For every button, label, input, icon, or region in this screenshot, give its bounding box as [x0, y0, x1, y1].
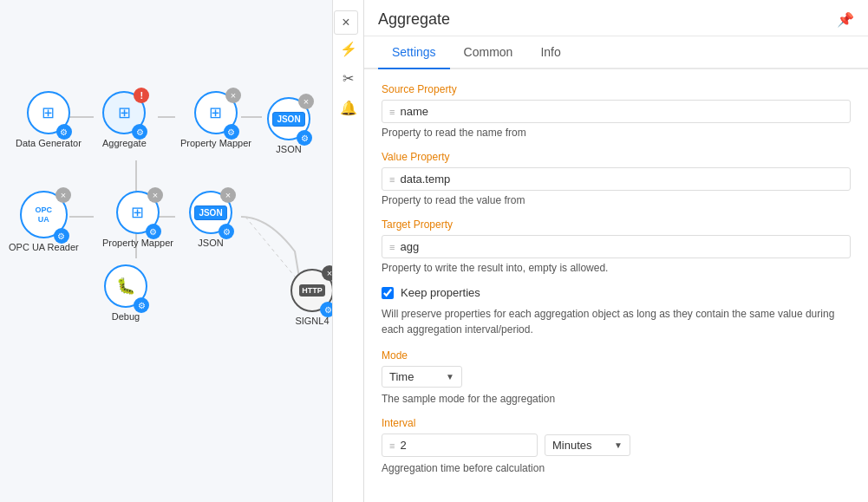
mode-select-wrapper[interactable]: Time Count Custom ▼	[382, 366, 462, 388]
panel-close-flow[interactable]: ×	[334, 10, 358, 35]
source-property-input[interactable]	[400, 105, 843, 118]
source-property-group: Source Property ≡ Property to read the n…	[382, 83, 851, 139]
interval-unit-arrow-icon: ▼	[614, 440, 623, 450]
interval-group: Interval ≡ Minutes Seconds Hours ▼ Aggre…	[382, 417, 851, 474]
toolbar-flow-btn-2[interactable]: ⚡	[336, 36, 361, 61]
tab-settings[interactable]: Settings	[378, 36, 450, 69]
interval-hint: Aggregation time before calculation	[382, 462, 851, 474]
node-aggregate[interactable]: ⊞ ! ⚙ Aggregate	[102, 91, 147, 148]
value-property-label: Value Property	[382, 151, 851, 163]
mode-hint: The sample mode for the aggregation	[382, 393, 851, 405]
target-property-group: Target Property ≡ Property to write the …	[382, 218, 851, 274]
panel-title: Aggregate	[378, 10, 450, 36]
interval-icon: ≡	[389, 440, 395, 451]
node-data-generator[interactable]: ⊞ ⚙ Data Generator	[16, 91, 82, 148]
target-property-label: Target Property	[382, 218, 851, 231]
panel-header: Aggregate 📌	[364, 0, 868, 36]
node-json-2[interactable]: JSON × ⚙ JSON	[189, 191, 232, 248]
flow-canvas[interactable]: ⊞ ⚙ Data Generator ⊞ ! ⚙ Aggregate ⊞ × ⚙…	[0, 0, 364, 502]
right-panel: Aggregate 📌 Settings Common Info Source …	[364, 0, 868, 502]
node-property-mapper-1[interactable]: ⊞ × ⚙ Property Mapper	[180, 91, 251, 148]
tab-info[interactable]: Info	[526, 36, 574, 69]
mode-group: Mode Time Count Custom ▼ The sample mode…	[382, 349, 851, 405]
node-json-1[interactable]: JSON × ⚙ JSON	[267, 97, 310, 154]
value-property-group: Value Property ≡ Property to read the va…	[382, 151, 851, 206]
interval-label: Interval	[382, 417, 851, 429]
value-property-input-wrapper[interactable]: ≡	[382, 167, 851, 191]
keep-properties-row: Keep properties	[382, 286, 851, 299]
node-debug[interactable]: 🐛 ⚙ Debug	[104, 264, 147, 322]
mode-arrow-icon: ▼	[446, 372, 454, 381]
node-property-mapper-2[interactable]: ⊞ × ⚙ Property Mapper	[102, 191, 173, 248]
target-property-input-wrapper[interactable]: ≡	[382, 235, 851, 258]
target-property-input[interactable]	[400, 240, 843, 253]
mode-label: Mode	[382, 349, 851, 362]
mode-select[interactable]: Time Count Custom	[389, 370, 442, 383]
keep-properties-label: Keep properties	[401, 286, 480, 299]
target-property-icon: ≡	[389, 242, 395, 252]
toolbar-flow-btn-4[interactable]: 🔔	[336, 95, 361, 120]
value-property-icon: ≡	[389, 174, 395, 185]
toolbar-flow-btn-3[interactable]: ✂	[336, 66, 361, 90]
interval-row: ≡ Minutes Seconds Hours ▼	[382, 434, 851, 457]
tab-common[interactable]: Common	[450, 36, 527, 69]
source-property-input-wrapper[interactable]: ≡	[382, 100, 851, 123]
pin-button[interactable]: 📌	[837, 11, 854, 28]
source-property-hint: Property to read the name from	[382, 127, 851, 139]
target-property-hint: Property to write the result into, empty…	[382, 262, 851, 274]
interval-unit-select[interactable]: Minutes Seconds Hours	[552, 439, 610, 452]
interval-input[interactable]	[400, 439, 530, 452]
source-property-label: Source Property	[382, 83, 851, 95]
tabs-bar: Settings Common Info	[364, 36, 868, 69]
node-signl4[interactable]: HTTP × ⚙ SIGNL4	[290, 269, 334, 326]
panel-content: Source Property ≡ Property to read the n…	[364, 69, 868, 502]
value-property-hint: Property to read the value from	[382, 194, 851, 206]
keep-properties-desc: Will preserve properties for each aggreg…	[382, 306, 851, 337]
node-opc-ua[interactable]: OPCUA × ⚙ OPC UA Reader	[9, 191, 79, 252]
source-property-icon: ≡	[389, 107, 395, 117]
value-property-input[interactable]	[400, 173, 843, 186]
interval-unit-wrapper[interactable]: Minutes Seconds Hours ▼	[545, 434, 630, 456]
keep-properties-checkbox[interactable]	[382, 287, 394, 299]
interval-input-wrapper[interactable]: ≡	[382, 434, 538, 457]
